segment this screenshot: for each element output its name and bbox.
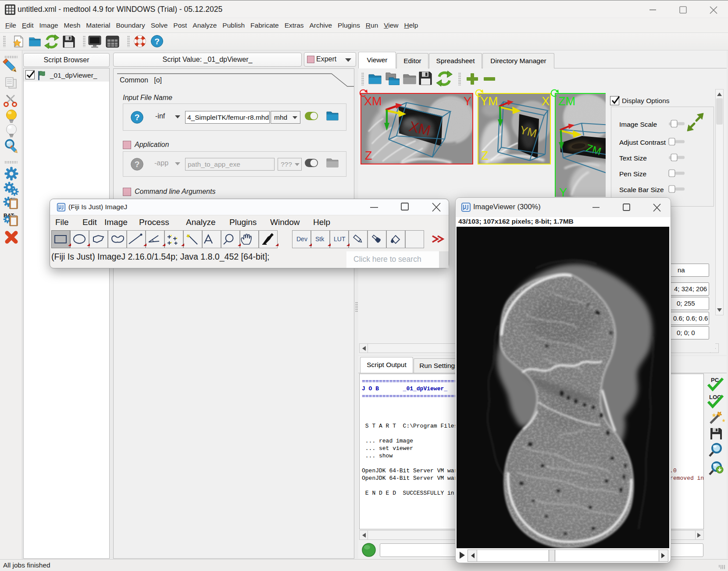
svg-text:Z: Z (481, 149, 489, 162)
svg-text:Dev: Dev (296, 236, 307, 243)
svg-text:X: X (542, 95, 550, 108)
svg-text:ZM: ZM (558, 95, 575, 108)
svg-text:Y: Y (464, 95, 471, 108)
svg-text:?: ? (135, 113, 140, 122)
svg-text:LUT: LUT (334, 236, 346, 243)
svg-text:?: ? (154, 37, 160, 46)
svg-text:Z: Z (365, 149, 372, 162)
svg-text:Y: Y (559, 186, 567, 197)
svg-text:?: ? (135, 160, 140, 169)
svg-text:Stk: Stk (315, 236, 325, 243)
